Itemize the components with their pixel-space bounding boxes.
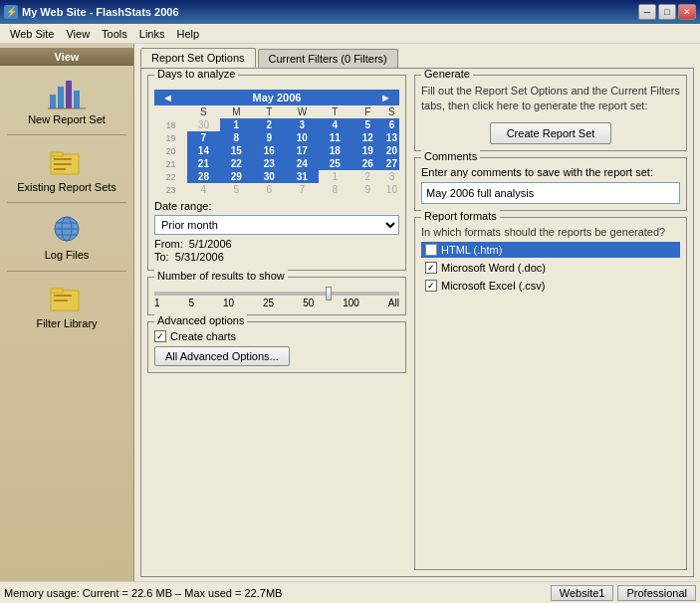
svg-rect-3 <box>74 91 80 108</box>
calendar-day[interactable]: 30 <box>187 118 220 131</box>
calendar-next-button[interactable]: ► <box>376 92 395 103</box>
calendar-day[interactable]: 13 <box>384 131 399 144</box>
calendar-day[interactable]: 27 <box>384 157 399 170</box>
calendar-day[interactable]: 23 <box>253 157 286 170</box>
sidebar-item-new-report-set[interactable]: New Report Set <box>0 70 133 132</box>
calendar-day[interactable]: 18 <box>319 144 351 157</box>
calendar-day[interactable]: 8 <box>220 131 253 144</box>
date-range-section: Date range: Prior month This month Last … <box>154 200 399 263</box>
svg-rect-9 <box>54 168 66 170</box>
format-word[interactable]: ✓ Microsoft Word (.doc) <box>421 260 680 276</box>
calendar-day[interactable]: 11 <box>319 131 351 144</box>
calendar-day[interactable]: 12 <box>351 131 384 144</box>
menu-tools[interactable]: Tools <box>96 26 133 42</box>
format-html-label: HTML (.htm) <box>441 244 502 256</box>
calendar-day[interactable]: 10 <box>286 131 319 144</box>
calendar-day[interactable]: 4 <box>319 118 351 131</box>
calendar-day[interactable]: 26 <box>351 157 384 170</box>
menu-web-site[interactable]: Web Site <box>4 26 60 42</box>
tabs: Report Set Options Current Filters (0 Fi… <box>140 48 694 68</box>
slider-track[interactable] <box>154 292 399 296</box>
day-header-mon: M <box>220 105 253 118</box>
format-excel-checkbox[interactable]: ✓ <box>425 280 437 292</box>
format-word-checkbox[interactable]: ✓ <box>425 262 437 274</box>
left-column: Days to analyze ◄ May 2006 ► <box>147 75 406 570</box>
create-charts-checkbox[interactable]: ✓ <box>154 330 166 342</box>
calendar-day[interactable]: 29 <box>220 170 253 183</box>
create-charts-row: ✓ Create charts <box>154 330 399 342</box>
calendar-day[interactable]: 6 <box>384 118 399 131</box>
app-icon: ⚡ <box>4 5 18 19</box>
calendar-day[interactable]: 31 <box>286 170 319 183</box>
menu-help[interactable]: Help <box>170 26 205 42</box>
format-excel[interactable]: ✓ Microsoft Excel (.csv) <box>421 278 680 294</box>
calendar-day[interactable]: 25 <box>319 157 351 170</box>
calendar-day[interactable]: 3 <box>384 170 399 183</box>
sidebar-item-log-files[interactable]: Log Files <box>0 205 133 268</box>
calendar-day[interactable]: 5 <box>220 183 253 196</box>
calendar-day[interactable]: 24 <box>286 157 319 170</box>
sidebar-item-existing-report-sets[interactable]: Existing Report Sets <box>0 137 133 200</box>
right-panel: Report Set Options Current Filters (0 Fi… <box>134 44 700 581</box>
format-list: ✓ HTML (.htm) ✓ Microsoft Word (.doc) ✓ … <box>421 242 680 294</box>
calendar-day[interactable]: 6 <box>253 183 286 196</box>
calendar-prev-button[interactable]: ◄ <box>158 92 177 103</box>
close-button[interactable]: ✕ <box>678 4 696 20</box>
all-advanced-options-button[interactable]: All Advanced Options... <box>154 346 290 366</box>
calendar-day[interactable]: 9 <box>253 131 286 144</box>
svg-rect-18 <box>54 300 68 302</box>
slider-label-1: 1 <box>154 298 160 308</box>
report-formats-title: Report formats <box>421 210 500 222</box>
calendar-day[interactable]: 4 <box>187 183 220 196</box>
date-range-select[interactable]: Prior month This month Last 7 days Last … <box>154 215 399 235</box>
slider-label-100: 100 <box>343 298 359 308</box>
sidebar-item-filter-library[interactable]: Filter Library <box>0 274 133 336</box>
menu-view[interactable]: View <box>60 26 96 42</box>
calendar: ◄ May 2006 ► S M T W <box>154 90 399 196</box>
calendar-day[interactable]: 15 <box>220 144 253 157</box>
day-header-tue: T <box>253 105 286 118</box>
days-to-analyze-group: Days to analyze ◄ May 2006 ► <box>147 75 406 271</box>
comments-input[interactable] <box>421 182 680 204</box>
calendar-day[interactable]: 7 <box>187 131 220 144</box>
format-excel-label: Microsoft Excel (.csv) <box>441 280 546 292</box>
calendar-day[interactable]: 17 <box>286 144 319 157</box>
advanced-options-title: Advanced options <box>154 314 247 326</box>
date-from-to: From: 5/1/2006 To: 5/31/2006 <box>154 238 399 263</box>
calendar-day[interactable]: 5 <box>351 118 384 131</box>
slider-label-10: 10 <box>223 298 234 308</box>
calendar-day[interactable]: 2 <box>253 118 286 131</box>
tab-current-filters[interactable]: Current Filters (0 Filters) <box>258 49 398 68</box>
calendar-day[interactable]: 28 <box>187 170 220 183</box>
sidebar-item-new-report-set-label: New Report Set <box>28 113 106 126</box>
calendar-day[interactable]: 3 <box>286 118 319 131</box>
calendar-day[interactable]: 8 <box>319 183 351 196</box>
sidebar-item-log-files-label: Log Files <box>45 249 90 262</box>
calendar-day[interactable]: 14 <box>187 144 220 157</box>
calendar-day[interactable]: 9 <box>351 183 384 196</box>
sidebar-divider-1 <box>7 134 127 135</box>
maximize-button[interactable]: □ <box>658 4 676 20</box>
slider-thumb[interactable] <box>326 287 332 301</box>
calendar-day[interactable]: 30 <box>253 170 286 183</box>
calendar-day[interactable]: 7 <box>286 183 319 196</box>
comments-title: Comments <box>421 150 480 162</box>
calendar-day[interactable]: 10 <box>384 183 399 196</box>
calendar-day[interactable]: 22 <box>220 157 253 170</box>
titlebar-buttons: ─ □ ✕ <box>638 4 696 20</box>
tab-report-set-options[interactable]: Report Set Options <box>140 48 256 68</box>
professional-badge: Professional <box>617 585 696 601</box>
calendar-day[interactable]: 19 <box>351 144 384 157</box>
calendar-day[interactable]: 1 <box>220 118 253 131</box>
minimize-button[interactable]: ─ <box>638 4 656 20</box>
calendar-day[interactable]: 20 <box>384 144 399 157</box>
format-html-checkbox[interactable]: ✓ <box>425 244 437 256</box>
calendar-day[interactable]: 16 <box>253 144 286 157</box>
calendar-day[interactable]: 1 <box>319 170 351 183</box>
menu-links[interactable]: Links <box>133 26 171 42</box>
create-report-set-button[interactable]: Create Report Set <box>490 122 612 144</box>
calendar-day[interactable]: 2 <box>351 170 384 183</box>
format-html[interactable]: ✓ HTML (.htm) <box>421 242 680 258</box>
calendar-day[interactable]: 21 <box>187 157 220 170</box>
generate-description: Fill out the Report Set Options and the … <box>421 84 680 114</box>
